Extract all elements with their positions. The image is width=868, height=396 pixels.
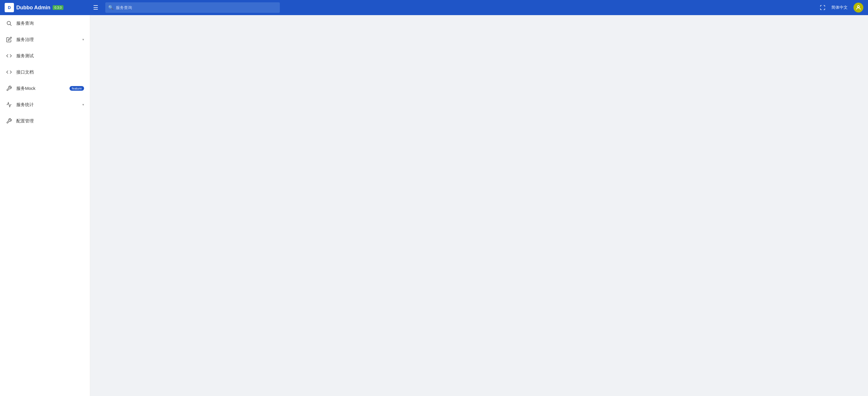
fullscreen-button[interactable]: [820, 5, 826, 10]
search-icon: 🔍: [108, 5, 114, 10]
sidebar-item-service-query[interactable]: 服务查询: [0, 15, 90, 31]
sidebar-item-config-management[interactable]: 配置管理: [0, 113, 90, 129]
sidebar: 服务查询 服务治理 ▾ 服务测试: [0, 15, 90, 396]
version-badge: 0.3.0: [53, 5, 63, 10]
search-icon: [6, 20, 12, 27]
sidebar-item-service-mock[interactable]: 服务Mock feature: [0, 80, 90, 97]
search-bar: 🔍: [105, 2, 280, 13]
sidebar-item-service-stats[interactable]: 服务统计 ▾: [0, 97, 90, 113]
chart-icon: [6, 101, 12, 108]
feature-badge: feature: [69, 86, 84, 91]
sidebar-item-api-docs[interactable]: 接口文档: [0, 64, 90, 80]
sidebar-label-service-governance: 服务治理: [16, 37, 78, 42]
sidebar-label-service-mock: 服务Mock: [16, 86, 65, 91]
dubbo-logo: D: [5, 3, 14, 12]
hamburger-icon: ☰: [93, 4, 98, 11]
app-title: Dubbo Admin: [16, 5, 50, 11]
search-input[interactable]: [105, 2, 280, 13]
code-icon: [6, 53, 12, 59]
sidebar-item-service-test[interactable]: 服务测试: [0, 48, 90, 64]
edit-icon: [6, 36, 12, 43]
user-avatar-icon: [856, 5, 861, 10]
wrench-icon: [6, 85, 12, 92]
sidebar-label-config-management: 配置管理: [16, 118, 84, 124]
sidebar-label-service-query: 服务查询: [16, 21, 84, 26]
chevron-down-icon-stats: ▾: [82, 103, 84, 107]
sidebar-label-service-test: 服务测试: [16, 53, 84, 59]
menu-toggle-button[interactable]: ☰: [91, 3, 101, 12]
main-content: [90, 15, 868, 396]
logo-area: D Dubbo Admin 0.3.0: [5, 3, 86, 12]
sidebar-label-service-stats: 服务统计: [16, 102, 78, 107]
sidebar-label-api-docs: 接口文档: [16, 69, 84, 75]
svg-point-0: [858, 5, 860, 7]
user-avatar[interactable]: [854, 3, 863, 12]
sidebar-item-service-governance[interactable]: 服务治理 ▾: [0, 31, 90, 48]
svg-line-2: [10, 25, 12, 26]
api-docs-icon: [6, 69, 12, 75]
main-layout: 服务查询 服务治理 ▾ 服务测试: [0, 15, 868, 396]
header-right: 简体中文: [820, 3, 863, 12]
settings-icon: [6, 118, 12, 124]
header: D Dubbo Admin 0.3.0 ☰ 🔍 简体中文: [0, 0, 868, 15]
language-switch-button[interactable]: 简体中文: [831, 5, 848, 10]
chevron-down-icon: ▾: [82, 37, 84, 41]
fullscreen-icon: [820, 5, 826, 10]
svg-point-1: [7, 21, 10, 25]
